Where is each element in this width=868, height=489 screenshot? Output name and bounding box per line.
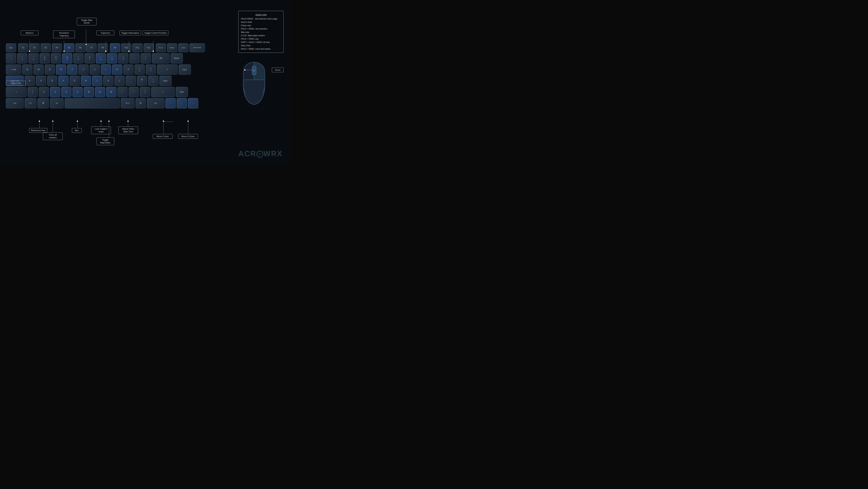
label-toggle-map: Toggle Map 2D/3D — [77, 18, 96, 25]
key-3[interactable]: £3 — [39, 53, 50, 63]
key-8[interactable]: *8 — [96, 53, 106, 63]
key-slash[interactable]: ?/ — [140, 87, 150, 97]
key-f12[interactable]: F12 — [144, 43, 154, 52]
key-f5[interactable]: F5 — [64, 43, 74, 52]
key-comma[interactable]: <, — [117, 87, 128, 97]
key-f2[interactable]: F2 — [29, 43, 39, 52]
key-e[interactable]: E — [45, 64, 55, 75]
key-7[interactable]: &7 — [85, 53, 95, 63]
key-space[interactable] — [65, 98, 120, 109]
key-tab[interactable]: ⇥ Tab — [6, 64, 21, 75]
key-m[interactable]: M — [106, 87, 116, 97]
judges-view-title: Judge's view — [241, 13, 281, 17]
key-alt-left[interactable]: Alt — [50, 98, 64, 109]
key-a[interactable]: A — [25, 75, 35, 86]
zxcv-row: ⇧ |\ Z X C V B N M <, >. ?/ ⇧ End — [6, 87, 205, 97]
key-j[interactable]: J — [92, 75, 102, 86]
key-backslash[interactable]: |\ — [28, 87, 38, 97]
key-hash[interactable]: ~# — [148, 75, 158, 86]
label-toggle-control: Toggle Control Position — [143, 31, 168, 35]
key-arrow-left[interactable]: ← — [165, 98, 176, 109]
key-rbracket[interactable]: }] — [146, 64, 156, 75]
key-p[interactable]: P — [123, 64, 133, 75]
key-f9[interactable]: F9 — [110, 43, 120, 52]
keyboard-container: Esc F1 F2 F3 F4 F5 F6 F7 F8 F9 F10 F11 F… — [6, 43, 205, 109]
key-k[interactable]: K — [103, 75, 114, 86]
key-4[interactable]: $4 — [51, 53, 61, 63]
svg-point-26 — [163, 121, 164, 122]
key-9[interactable]: (9 — [107, 53, 117, 63]
key-o[interactable]: O — [112, 64, 122, 75]
key-period[interactable]: >. — [129, 87, 139, 97]
key-t[interactable]: T — [67, 64, 78, 75]
key-v[interactable]: V — [72, 87, 83, 97]
key-6[interactable]: ^6 — [73, 53, 84, 63]
key-cmd[interactable]: ⌘ — [37, 98, 49, 109]
key-menu[interactable]: ☰ — [135, 98, 146, 109]
mouse-svg — [240, 57, 268, 112]
key-s[interactable]: S — [36, 75, 46, 86]
key-2[interactable]: "2 — [28, 53, 39, 63]
label-persistent-trajectory: Persistent Trajectory — [53, 31, 75, 38]
key-x[interactable]: X — [50, 87, 60, 97]
key-f7[interactable]: F7 — [87, 43, 97, 52]
key-b[interactable]: B — [84, 87, 94, 97]
key-h[interactable]: H — [81, 75, 91, 86]
key-semicolon[interactable]: :; — [126, 75, 136, 86]
key-n[interactable]: N — [95, 87, 105, 97]
key-f11[interactable]: F11 — [132, 43, 143, 52]
key-ctrl-left[interactable]: Ctrl — [6, 98, 24, 109]
key-f10[interactable]: F10 — [121, 43, 131, 52]
key-y[interactable]: Y — [79, 64, 89, 75]
judges-view-line-2: Chase view — [241, 24, 281, 27]
key-fn[interactable]: Fn — [25, 98, 36, 109]
key-insert[interactable]: Insert — [178, 43, 188, 52]
key-quote[interactable]: @' — [137, 75, 147, 86]
key-r[interactable]: R — [56, 64, 66, 75]
key-shift-left[interactable]: ⇧ — [6, 87, 27, 97]
key-g[interactable]: G — [69, 75, 80, 86]
key-lbracket[interactable]: {[ — [134, 64, 145, 75]
key-l[interactable]: L — [115, 75, 125, 86]
key-minus[interactable]: _- — [129, 53, 140, 63]
key-w[interactable]: W — [33, 64, 44, 75]
key-f1[interactable]: F1 — [18, 43, 28, 52]
key-z[interactable]: Z — [39, 87, 49, 97]
key-esc[interactable]: Esc — [6, 43, 16, 52]
key-i[interactable]: I — [101, 64, 111, 75]
key-q[interactable]: Q — [22, 64, 32, 75]
key-pgup[interactable]: PgUp — [179, 64, 191, 75]
svg-point-24 — [127, 121, 129, 122]
key-home[interactable]: Home — [170, 53, 183, 63]
key-pause[interactable]: Pause Break — [189, 43, 205, 52]
key-f[interactable]: F — [58, 75, 68, 86]
key-end[interactable]: End — [176, 87, 188, 97]
mouse-diagram — [240, 57, 268, 113]
key-altgr[interactable]: Alt Gr — [121, 98, 134, 109]
key-delete[interactable]: Delete — [167, 43, 177, 52]
key-f8[interactable]: F8 — [98, 43, 108, 52]
key-1[interactable]: !1 — [17, 53, 27, 63]
key-shift-right[interactable]: ⇧ — [151, 87, 175, 97]
judges-view-line-1: HOLD+DRAG : view direction when judge he… — [241, 17, 281, 24]
key-u[interactable]: U — [90, 64, 100, 75]
key-enter[interactable]: ↵ — [157, 64, 178, 75]
judges-view-box: Judge's view HOLD+DRAG : view direction … — [238, 11, 284, 53]
key-prtsc[interactable]: Prt Sc — [156, 43, 166, 52]
key-equals[interactable]: += — [141, 53, 151, 63]
key-c[interactable]: C — [61, 87, 71, 97]
key-0[interactable]: )0 — [118, 53, 128, 63]
label-capslock: Caps Lock — [6, 81, 26, 86]
key-d[interactable]: D — [47, 75, 57, 86]
svg-point-18 — [77, 121, 78, 122]
key-arrow-right[interactable]: → — [188, 98, 198, 109]
key-pgdn[interactable]: PgDn — [159, 75, 172, 86]
key-ctrl-right[interactable]: Ctrl — [147, 98, 164, 109]
key-5[interactable]: %5 — [62, 53, 72, 63]
key-arrow-down[interactable]: ↓ — [177, 98, 187, 109]
key-f3[interactable]: F3 — [40, 43, 51, 52]
key-backtick[interactable]: ¬` | — [6, 53, 16, 63]
key-backspace[interactable]: ⌫ — [152, 53, 169, 63]
key-f4[interactable]: F4 — [52, 43, 62, 52]
key-f6[interactable]: F6 — [75, 43, 86, 52]
